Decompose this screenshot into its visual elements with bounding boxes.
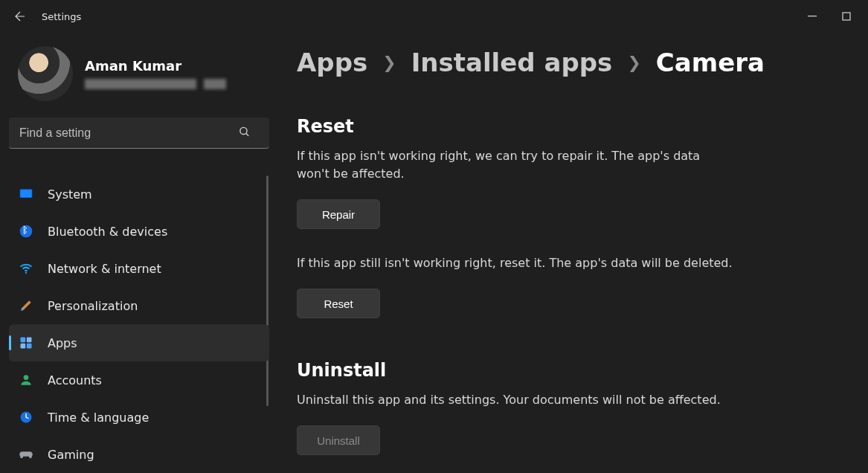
breadcrumb-current: Camera [656,48,765,77]
person-icon [18,372,34,388]
svg-point-6 [25,272,27,274]
account-text: Aman Kumar [85,58,226,89]
arrow-left-icon [13,10,27,23]
content: Apps ❯ Installed apps ❯ Camera Reset If … [271,33,868,473]
maximize-button[interactable] [829,5,864,28]
sidebar-item-label: Network & internet [48,262,161,276]
chevron-right-icon: ❯ [382,54,396,72]
sidebar-item-apps[interactable]: Apps [9,324,269,361]
sidebar-item-label: Gaming [48,448,94,462]
reset-description: If this app still isn't working right, r… [297,254,773,272]
account-header[interactable]: Aman Kumar [9,33,271,101]
breadcrumb-apps[interactable]: Apps [297,48,367,77]
search-wrap [9,118,269,149]
repair-button[interactable]: Repair [297,199,380,229]
minimize-icon [808,12,817,21]
sidebar-item-accounts[interactable]: Accounts [9,361,269,399]
back-button[interactable] [9,5,31,28]
search-icon [238,126,251,141]
sidebar-item-label: Apps [48,336,77,350]
reset-heading: Reset [297,116,838,137]
sidebar-item-label: Bluetooth & devices [48,225,167,239]
svg-rect-4 [21,190,32,197]
gamepad-icon [18,446,34,463]
sidebar-item-label: Time & language [48,411,149,425]
wifi-icon [18,260,34,277]
uninstall-heading: Uninstall [297,360,838,381]
display-icon [18,186,34,202]
apps-icon [18,335,34,351]
maximize-icon [842,12,851,21]
sidebar-item-system[interactable]: System [9,176,269,213]
bluetooth-icon [18,223,34,239]
sidebar-item-gaming[interactable]: Gaming [9,436,269,473]
sidebar-item-personalization[interactable]: Personalization [9,287,269,324]
svg-rect-0 [808,16,817,16]
repair-description: If this app isn't working right, we can … [297,147,713,183]
search-input[interactable] [9,118,269,149]
svg-point-2 [240,127,247,134]
clock-globe-icon [18,409,34,425]
svg-rect-10 [27,344,32,349]
redacted-block [85,79,196,89]
sidebar-item-label: Accounts [48,373,102,387]
uninstall-description: Uninstall this app and its settings. You… [297,391,773,409]
svg-rect-9 [21,344,26,349]
sidebar-item-bluetooth[interactable]: Bluetooth & devices [9,213,269,250]
breadcrumb-installed-apps[interactable]: Installed apps [411,48,613,77]
svg-rect-8 [27,338,32,343]
paintbrush-icon [18,297,34,314]
sidebar-item-label: Personalization [48,299,138,313]
breadcrumb: Apps ❯ Installed apps ❯ Camera [297,48,838,77]
account-email-redacted [85,79,226,89]
window-controls [795,5,864,28]
sidebar: Aman Kumar System [0,33,271,473]
minimize-button[interactable] [795,5,829,28]
svg-rect-1 [843,13,850,20]
uninstall-button[interactable]: Uninstall [297,425,380,455]
window-title: Settings [42,11,81,22]
avatar [18,46,73,101]
account-name: Aman Kumar [85,58,226,74]
sidebar-item-network[interactable]: Network & internet [9,250,269,287]
reset-button[interactable]: Reset [297,289,380,318]
svg-rect-7 [21,338,26,343]
sidebar-nav: System Bluetooth & devices Network & int… [9,176,271,473]
sidebar-item-time-language[interactable]: Time & language [9,399,269,436]
titlebar: Settings [0,0,868,33]
redacted-block [204,79,226,89]
sidebar-item-label: System [48,187,92,202]
chevron-right-icon: ❯ [627,54,640,72]
svg-point-11 [24,375,29,380]
